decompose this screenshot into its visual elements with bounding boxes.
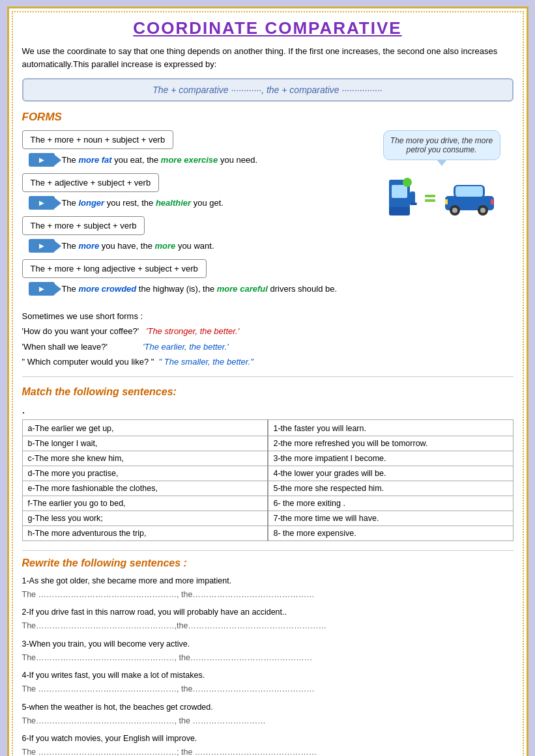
short-forms-title: Sometimes we use short forms : [22,311,143,321]
form-label-text-1: The + more + noun + subject + verb [31,135,166,145]
divider-1 [22,376,513,377]
form-row-4: The + more + long adjective + subject + … [22,259,364,296]
form-row-2: The + adjective + subject + verb ► The l… [22,173,364,210]
example-row-4: ► The more crowded the highway (is), the… [29,282,364,296]
match-right-cell-0: 1-the faster you will learn. [268,419,513,436]
em-more-careful: more careful [217,284,268,294]
rewrite-item-2: 2-If you drive fast in this narrow road,… [22,606,513,634]
match-table: a-The earlier we get up,1-the faster you… [22,419,513,541]
match-right-cell-7: 8- the more expensive. [268,525,513,540]
form-label-text-2: The + adjective + subject + verb [31,178,151,188]
rewrite-item-6: 6-If you watch movies, your English will… [22,732,513,756]
rewrite-line-3: The……………………………………………, the……………………………………… [22,653,313,662]
match-right-cell-1: 2-the more refreshed you will be tomorro… [268,436,513,451]
match-left-cell-1: b-The longer I wait, [22,436,268,451]
em-more-crowded: more crowded [78,284,136,294]
example-text-4: The more crowded the highway (is), the m… [61,284,337,294]
svg-point-12 [452,208,457,213]
formula-box: The + comparative ············, the + co… [22,78,513,102]
rewrite-title: Rewrite the following sentences : [22,557,513,569]
equals-icon [424,191,437,204]
rewrite-item-5: 5-when the weather is hot, the beaches g… [22,701,513,729]
divider-2 [22,550,513,551]
short-form-a1: 'The stronger, the better.' [146,326,239,336]
rewrite-line-5: The……………………………………………, the ……………………… [22,716,266,725]
example-row-2: ► The longer you rest, the healthier you… [29,196,364,210]
short-form-q2: 'When shall we leave?' [22,342,143,352]
rewrite-item-3: 3-When you train, you will become very a… [22,637,513,665]
svg-rect-10 [455,186,483,197]
page: COORDINATE COMPARATIVE We use the coordi… [7,7,528,756]
car-icon [442,180,497,216]
arrow-2: ► [29,196,55,210]
rewrite-line-4: The ……………………………………………, the……………………………………… [22,684,315,693]
arrow-3: ► [29,239,55,253]
match-right-cell-6: 7-the more time we will have. [268,511,513,525]
svg-rect-4 [410,203,417,205]
form-row-3: The + more + subject + verb ► The more y… [22,216,364,253]
example-row-1: ► The more fat you eat, the more exercis… [29,153,364,167]
match-right-cell-2: 3-the more impatient I become. [268,451,513,466]
match-left-cell-5: f-The earlier you go to bed, [22,496,268,511]
form-label-4: The + more + long adjective + subject + … [22,259,207,278]
forms-section: The + more + noun + subject + verb ► The… [22,130,513,302]
example-text-2: The longer you rest, the healthier you g… [61,198,224,208]
svg-rect-15 [445,199,448,204]
rewrite-line-1: The ……………………………………………, the……………………………………… [22,590,315,599]
form-label-text-4: The + more + long adjective + subject + … [31,264,198,273]
form-label-2: The + adjective + subject + verb [22,173,160,192]
rewrite-line-6: The ……………………………………………; the …………………………………… [22,748,317,756]
forms-right: The more you drive, the more petrol you … [370,130,513,302]
svg-rect-1 [392,185,407,198]
em-longer: longer [78,198,104,208]
match-left-cell-4: e-The more fashionable the clothes, [22,481,268,496]
svg-point-14 [480,208,485,213]
speech-bubble: The more you drive, the more petrol you … [383,130,500,160]
page-title: COORDINATE COMPARATIVE [22,18,513,38]
short-form-q1: 'How do you want your coffee?' [22,326,146,336]
match-left-cell-3: d-The more you practise, [22,466,268,481]
form-label-1: The + more + noun + subject + verb [22,130,174,149]
rewrite-num-3: 3-When you train, you will become very a… [22,639,190,649]
rewrite-item-4: 4-If you writes fast, you will make a lo… [22,669,513,697]
svg-point-2 [403,178,412,187]
rewrite-num-1: 1-As she got older, she became more and … [22,576,232,585]
match-right-cell-5: 6- the more exiting . [268,496,513,511]
em-healthier: healthier [156,198,191,208]
match-left-cell-2: c-The more she knew him, [22,451,268,466]
match-left-cell-6: g-The less you work; [22,511,268,525]
match-right-cell-4: 5-the more she respected him. [268,481,513,496]
svg-rect-7 [425,199,435,202]
em-more-2: more [154,241,175,251]
rewrite-item-1: 1-As she got older, she became more and … [22,574,513,602]
svg-rect-16 [491,199,493,204]
rewrite-line-2: The……………………………………………,the…………………………………………… [22,621,326,630]
short-form-a3: " The smaller, the better." [159,357,253,367]
short-forms: Sometimes we use short forms : 'How do y… [22,309,513,370]
match-left-cell-7: h-The more adventurous the trip, [22,525,268,540]
forms-title: FORMS [22,111,513,124]
rewrite-num-5: 5-when the weather is hot, the beaches g… [22,703,213,712]
em-more-fat: more fat [78,155,111,165]
match-right-cell-3: 4-the lower your grades will be. [268,466,513,481]
rewrite-num-4: 4-If you writes fast, you will make a lo… [22,671,205,680]
short-form-a2: 'The earlier, the better.' [143,342,229,352]
example-text-3: The more you have, the more you want. [61,241,214,251]
match-dot: . [22,403,513,417]
match-title: Match the following sentences: [22,386,513,398]
intro-text: We use the coordinate to say that one th… [22,45,513,70]
example-row-3: ► The more you have, the more you want. [29,239,364,253]
em-more-1: more [78,241,99,251]
form-row-1: The + more + noun + subject + verb ► The… [22,130,364,167]
rewrite-section: 1-As she got older, she became more and … [22,574,513,756]
svg-rect-5 [389,207,410,215]
em-more-exercise: more exercise [161,155,218,165]
svg-rect-6 [425,195,435,197]
rewrite-num-6: 6-If you watch movies, your English will… [22,734,197,743]
gas-pump-icon [386,173,418,222]
form-label-text-3: The + more + subject + verb [31,221,137,231]
forms-left: The + more + noun + subject + verb ► The… [22,130,364,302]
arrow-1: ► [29,153,55,167]
match-left-cell-0: a-The earlier we get up, [22,419,268,436]
arrow-4: ► [29,282,55,296]
